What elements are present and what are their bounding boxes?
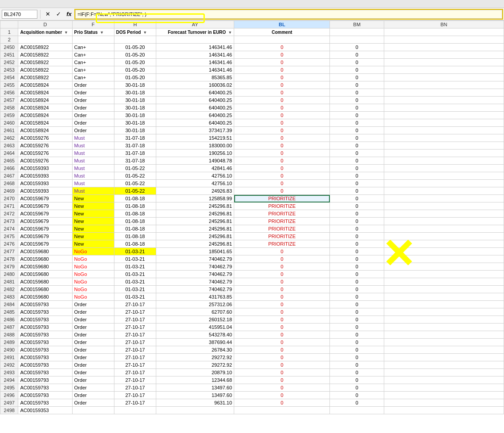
cell-BN[interactable] (384, 74, 504, 81)
cell-F[interactable] (72, 407, 114, 414)
cell-H[interactable]: 01-08-18 (114, 225, 156, 233)
col-header-BL[interactable]: BL (234, 21, 330, 28)
cell-H[interactable]: 01-08-18 (114, 233, 156, 240)
cell-H[interactable]: 27-10-17 (114, 354, 156, 361)
cell-AY[interactable]: 149048.78 (156, 157, 234, 165)
cell-H[interactable]: 01-03-21 (114, 248, 156, 255)
cell-BL[interactable]: 0 (234, 157, 330, 165)
cell-BN[interactable] (384, 59, 504, 66)
cell-AY[interactable]: 640400.25 (156, 104, 234, 112)
col-header-D[interactable]: D (18, 21, 72, 28)
cell-F[interactable]: Order (72, 97, 114, 104)
cell-BN[interactable] (384, 248, 504, 255)
cell-BL[interactable]: 0 (234, 150, 330, 157)
cell-AY[interactable]: 13497.60 (156, 392, 234, 399)
cell-BM[interactable]: 0 (330, 369, 384, 376)
cell-H[interactable]: 27-10-17 (114, 324, 156, 331)
cell-BL[interactable]: 0 (234, 66, 330, 74)
cell-BN[interactable] (384, 66, 504, 74)
cell-BN[interactable] (384, 376, 504, 384)
cell-BM[interactable]: 0 (330, 44, 384, 51)
cell-AY[interactable]: 245296.81 (156, 225, 234, 233)
cell-BL[interactable]: 0 (234, 255, 330, 263)
cell-BN[interactable] (384, 233, 504, 240)
cell-BN[interactable] (384, 119, 504, 127)
cell-BL[interactable]: 0 (234, 278, 330, 286)
cell-H[interactable]: 27-10-17 (114, 316, 156, 324)
cell-BM[interactable]: 0 (330, 172, 384, 180)
cell-D[interactable]: AC00159393 (18, 165, 72, 172)
cell-BM[interactable]: 0 (330, 308, 384, 316)
cell-BL[interactable]: 0 (234, 248, 330, 255)
confirm-button[interactable]: ✓ (54, 10, 63, 19)
cell-BL[interactable]: 0 (234, 112, 330, 119)
cell-H[interactable]: 31-07-18 (114, 142, 156, 150)
cell-AY[interactable]: 183000.00 (156, 142, 234, 150)
cell-BN[interactable] (384, 278, 504, 286)
cell-BN[interactable] (384, 301, 504, 308)
cell-BN[interactable] (384, 271, 504, 278)
cell-D[interactable]: AC00159680 (18, 271, 72, 278)
cell-BM[interactable]: 0 (330, 142, 384, 150)
cell-BL[interactable]: 0 (234, 316, 330, 324)
cell-AY[interactable]: 740462.79 (156, 271, 234, 278)
cell-D[interactable]: AC00159793 (18, 331, 72, 339)
cell-AY[interactable]: 740462.79 (156, 263, 234, 271)
cell-BL[interactable]: 0 (234, 339, 330, 346)
cell-AY[interactable]: 9631.10 (156, 399, 234, 407)
cell-F[interactable]: Order (72, 384, 114, 392)
cell-BM[interactable]: 0 (330, 81, 384, 89)
cell-AY[interactable]: 415951.04 (156, 324, 234, 331)
cell-F[interactable]: Must (72, 180, 114, 187)
cell-BN[interactable] (384, 308, 504, 316)
cell-BL[interactable]: 0 (234, 331, 330, 339)
cell-D[interactable]: AC00158924 (18, 89, 72, 97)
cell-BN[interactable] (384, 392, 504, 399)
cell-D[interactable]: AC00158924 (18, 104, 72, 112)
cell-BL[interactable] (234, 407, 330, 414)
cell-BM[interactable]: 0 (330, 225, 384, 233)
cell-BM[interactable]: 0 (330, 399, 384, 407)
cell-BL[interactable]: 0 (234, 384, 330, 392)
cell-BL[interactable]: 0 (234, 346, 330, 354)
cell-BL[interactable]: PRIORITIZE (234, 202, 330, 210)
cell-H[interactable]: 01-03-21 (114, 255, 156, 263)
cell-BL[interactable]: 0 (234, 361, 330, 369)
cell-BN[interactable] (384, 361, 504, 369)
cell-BL[interactable]: 0 (234, 301, 330, 308)
cell-BL[interactable]: 0 (234, 354, 330, 361)
cell-H[interactable]: 01-05-20 (114, 44, 156, 51)
cell-BL[interactable]: PRIORITIZE (234, 240, 330, 248)
cell-H[interactable]: 01-08-18 (114, 202, 156, 210)
cancel-button[interactable]: ✕ (43, 10, 52, 19)
cell-BL[interactable]: 0 (234, 74, 330, 81)
cell-AY[interactable]: 245296.81 (156, 233, 234, 240)
cell-BM[interactable]: 0 (330, 59, 384, 66)
cell-F[interactable]: New (72, 202, 114, 210)
cell-BN[interactable] (384, 187, 504, 195)
cell-F[interactable]: Order (72, 127, 114, 134)
cell-AY[interactable]: 62707.60 (156, 308, 234, 316)
cell-BM[interactable]: 0 (330, 180, 384, 187)
col-header-F[interactable]: F (72, 21, 114, 28)
cell-BL[interactable]: 0 (234, 263, 330, 271)
cell-D[interactable]: AC00159680 (18, 263, 72, 271)
cell-D[interactable]: AC00158924 (18, 81, 72, 89)
cell-F[interactable]: NoGo (72, 263, 114, 271)
cell-F[interactable]: Order (72, 308, 114, 316)
cell-F[interactable]: Order (72, 346, 114, 354)
cell-BM[interactable]: 0 (330, 195, 384, 202)
cell-BL[interactable]: 0 (234, 165, 330, 172)
cell-H[interactable]: 30-01-18 (114, 81, 156, 89)
cell-F[interactable]: New (72, 240, 114, 248)
cell-H[interactable]: 01-03-21 (114, 271, 156, 278)
cell-BM[interactable]: 0 (330, 361, 384, 369)
cell-AY[interactable]: 640400.25 (156, 89, 234, 97)
cell-BN[interactable] (384, 97, 504, 104)
cell-F[interactable]: Can+ (72, 74, 114, 81)
cell-AY[interactable]: 245296.81 (156, 202, 234, 210)
cell-BL[interactable]: 0 (234, 89, 330, 97)
cell-AY[interactable]: 190256.10 (156, 150, 234, 157)
cell-BN[interactable] (384, 44, 504, 51)
cell-H[interactable]: 27-10-17 (114, 369, 156, 376)
